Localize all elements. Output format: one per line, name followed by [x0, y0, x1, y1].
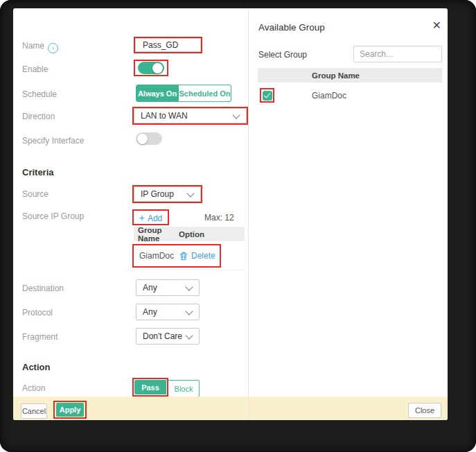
delete-group-button[interactable]: Delete [179, 251, 215, 261]
specify-interface-toggle[interactable] [136, 132, 162, 145]
column-header-group-name: Group Name [138, 226, 179, 243]
source-annotation-highlight: IP Group [132, 185, 202, 203]
apply-button[interactable]: Apply [56, 403, 84, 417]
group-table-header: Group Name [258, 68, 442, 82]
add-group-link[interactable]: +Add [139, 212, 163, 223]
chevron-down-icon [186, 189, 194, 197]
action-heading: Action [22, 362, 50, 372]
fragment-label: Fragment [22, 332, 58, 342]
left-footer-bar: Cancel Apply [13, 397, 249, 420]
checkbox-annotation-highlight [260, 88, 274, 103]
chevron-down-icon [232, 111, 240, 119]
group-table-row[interactable]: GiamDoc [258, 83, 442, 108]
trash-icon [179, 252, 188, 261]
protocol-value: Any [143, 307, 157, 317]
specify-interface-label: Specify Interface [22, 136, 84, 146]
apply-annotation-highlight: Apply [53, 401, 87, 419]
source-ip-group-label: Source IP Group [22, 211, 84, 221]
destination-value: Any [143, 283, 157, 293]
direction-dropdown[interactable]: LAN to WAN [134, 108, 247, 123]
panel-divider [248, 8, 249, 420]
direction-label: Direction [22, 112, 55, 121]
source-value: IP Group [141, 189, 174, 199]
table-row-separator [134, 270, 245, 270]
chevron-down-icon [185, 307, 193, 315]
group-row-annotation-highlight: GiamDoc Delete [132, 244, 221, 268]
protocol-dropdown[interactable]: Any [136, 304, 200, 320]
chevron-down-icon [185, 283, 193, 290]
panel-title: Available Group [258, 22, 325, 33]
close-icon[interactable]: ✕ [432, 20, 441, 31]
direction-value: LAN to WAN [141, 111, 188, 121]
max-count-note: Max: 12 [204, 213, 234, 223]
source-label: Source [22, 189, 49, 199]
enable-toggle[interactable] [138, 62, 164, 74]
info-icon[interactable] [48, 43, 58, 53]
schedule-always-on-button[interactable]: Always On [136, 85, 179, 102]
schedule-segmented-control: Always On Scheduled On [136, 85, 231, 102]
enable-annotation-highlight [134, 60, 168, 76]
delete-label: Delete [191, 251, 215, 261]
name-annotation-highlight [134, 37, 202, 53]
search-input[interactable] [353, 46, 442, 62]
criteria-heading: Criteria [22, 167, 54, 177]
action-pass-button[interactable]: Pass [134, 380, 166, 394]
source-dropdown[interactable]: IP Group [134, 186, 201, 202]
close-button[interactable]: Close [408, 403, 441, 418]
destination-label: Destination [22, 284, 64, 293]
group-checkbox-checked[interactable] [263, 91, 272, 101]
destination-dropdown[interactable]: Any [136, 279, 200, 296]
fragment-value: Don't Care [143, 331, 182, 341]
schedule-label: Schedule [22, 89, 57, 99]
protocol-label: Protocol [22, 308, 53, 318]
group-name-cell: GiamDoc [312, 91, 346, 101]
add-annotation-highlight: +Add [132, 209, 169, 225]
pass-annotation-highlight: Pass [132, 378, 168, 397]
add-label: Add [148, 214, 162, 223]
firewall-rule-dialog: Name Enable Schedule Always On Scheduled… [13, 8, 448, 420]
action-block-button[interactable]: Block [168, 380, 200, 398]
column-header-option: Option [179, 230, 204, 238]
column-header-group-name: Group Name [312, 71, 360, 80]
right-footer-bar: Close [249, 397, 448, 420]
select-group-label: Select Group [258, 50, 307, 60]
chevron-down-icon [185, 331, 193, 339]
source-ip-group-table-header: Group Name Option [134, 227, 245, 241]
schedule-scheduled-on-button[interactable]: Scheduled On [179, 85, 231, 102]
fragment-dropdown[interactable]: Don't Care [136, 328, 200, 345]
cancel-button[interactable]: Cancel [21, 403, 47, 419]
plus-icon: + [139, 212, 145, 223]
name-label-text: Name [22, 41, 44, 51]
toggle-knob [137, 134, 148, 144]
group-name-cell: GiamDoc [139, 251, 179, 261]
available-group-panel: Available Group ✕ Select Group Group Nam… [249, 8, 448, 420]
name-input[interactable] [135, 38, 201, 52]
enable-label: Enable [22, 64, 48, 74]
action-label: Action [22, 383, 45, 393]
toggle-knob [152, 63, 163, 73]
name-label: Name [22, 41, 58, 53]
direction-annotation-highlight: LAN to WAN [132, 107, 248, 125]
